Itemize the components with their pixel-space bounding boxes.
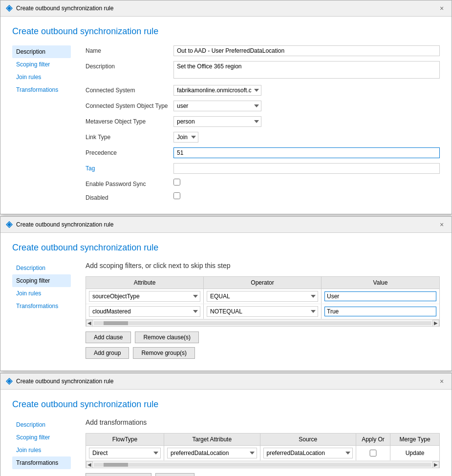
sidebar-item-scoping-3[interactable]: Scoping filter (12, 431, 71, 444)
sidebar-2: Description Scoping filter Join rules Tr… (12, 262, 71, 363)
close-button-2[interactable]: × (437, 220, 447, 229)
control-connected-system: fabrikamonline.onmicrosoft.com (173, 85, 440, 96)
col-header-operator: Operator (204, 277, 322, 289)
app-icon-2 (5, 221, 13, 228)
filter-cell-attr-1: sourceObjectType (86, 289, 204, 304)
value-input-1[interactable] (324, 291, 436, 301)
dialog-body-3: Description Scoping filter Join rules Tr… (12, 418, 440, 476)
scroll-left-arrow[interactable]: ◀ (86, 320, 93, 327)
password-sync-checkbox[interactable] (173, 179, 180, 186)
col-header-source: Source (260, 434, 357, 445)
filter-cell-attr-2: cloudMastered (86, 304, 204, 319)
sidebar-item-description-1[interactable]: Description (12, 45, 71, 58)
label-precedence: Precedence (86, 147, 173, 156)
dialog-body-1: Description Scoping filter Join rules Tr… (12, 45, 440, 206)
sidebar-item-scoping-1[interactable]: Scoping filter (12, 58, 71, 71)
sidebar-item-scoping-2[interactable]: Scoping filter (12, 274, 71, 287)
filter-table: Attribute Operator Value sourceObjectTyp… (86, 276, 440, 327)
value-input-2[interactable] (324, 307, 436, 316)
trans-scrollbar-track (94, 463, 431, 467)
title-bar-text-3: Create outbound synchronization rule (16, 378, 434, 385)
sidebar-item-join-2[interactable]: Join rules (12, 287, 71, 300)
label-connected-system: Connected System (86, 85, 173, 94)
sidebar-item-description-2[interactable]: Description (12, 262, 71, 274)
title-bar-text-1: Create outbound synchronization rule (16, 5, 434, 12)
form-row-tag: Tag (86, 163, 440, 174)
trans-cell-apply-or-1 (356, 446, 390, 460)
col-header-target: Target Attribute (164, 434, 260, 445)
operator-select-2[interactable]: NOTEQUAL (207, 306, 318, 317)
form-row-cs-object-type: Connected System Object Type user (86, 101, 440, 111)
flowtype-select-1[interactable]: Direct (89, 448, 161, 458)
sidebar-1: Description Scoping filter Join rules Tr… (12, 45, 71, 206)
label-mv-object-type: Metaverse Object Type (86, 116, 173, 125)
col-header-attribute: Attribute (86, 277, 204, 289)
sidebar-item-trans-1[interactable]: Transformations (12, 83, 71, 96)
trans-cell-merge-type-1: Update (390, 446, 439, 460)
dialog-title-1: Create outbound synchronization rule (12, 26, 440, 37)
trans-cell-flowtype-1: Direct (86, 446, 164, 460)
source-select-1[interactable]: preferredDataLocation (263, 448, 353, 458)
apply-or-checkbox-1[interactable] (359, 450, 387, 456)
target-attribute-select-1[interactable]: preferredDataLocation (167, 448, 257, 458)
label-cs-object-type: Connected System Object Type (86, 101, 173, 109)
dialog-title-3: Create outbound synchronization rule (12, 399, 440, 410)
control-link-type: Join (173, 132, 440, 143)
window-2: Create outbound synchronization rule × C… (0, 216, 452, 371)
mv-object-type-select[interactable]: person (173, 116, 261, 127)
sidebar-item-trans-3[interactable]: Transformations (12, 456, 71, 469)
app-icon-1 (5, 4, 13, 12)
remove-transformation-button[interactable]: Remove (155, 473, 194, 476)
remove-clause-button[interactable]: Remove clause(s) (135, 331, 199, 343)
sidebar-item-trans-2[interactable]: Transformations (12, 300, 71, 312)
col-header-merge-type: Merge Type (390, 434, 439, 445)
trans-scroll-right[interactable]: ▶ (432, 461, 439, 468)
sidebar-item-join-1[interactable]: Join rules (12, 71, 71, 83)
filter-row-1: sourceObjectType EQUAL (86, 289, 439, 304)
scrollbar-track (94, 321, 431, 325)
connected-system-select[interactable]: fabrikamonline.onmicrosoft.com (173, 85, 261, 96)
form-area-1: Name Description Set the Office 365 regi… (86, 45, 440, 206)
add-transformation-button[interactable]: Add transformation (86, 473, 151, 476)
precedence-input[interactable] (173, 147, 440, 158)
name-input[interactable] (173, 45, 440, 56)
col-header-flowtype: FlowType (86, 434, 164, 445)
remove-group-button[interactable]: Remove group(s) (133, 347, 195, 359)
operator-select-1[interactable]: EQUAL (207, 291, 318, 302)
filter-cell-val-2 (322, 304, 439, 319)
trans-scrollbar-thumb (104, 463, 128, 467)
form-row-link-type: Link Type Join (86, 132, 440, 143)
window-1: Create outbound synchronization rule × C… (0, 0, 452, 214)
attribute-select-1[interactable]: sourceObjectType (89, 291, 200, 302)
dialog-content-2: Create outbound synchronization rule Des… (0, 233, 452, 371)
description-input[interactable]: Set the Office 365 region (173, 61, 440, 79)
add-group-button[interactable]: Add group (86, 347, 129, 359)
add-clause-button[interactable]: Add clause (86, 331, 131, 343)
title-bar-1: Create outbound synchronization rule × (0, 0, 452, 17)
sidebar-item-description-3[interactable]: Description (12, 418, 71, 431)
close-button-3[interactable]: × (437, 376, 447, 386)
dialog-title-2: Create outbound synchronization rule (12, 243, 440, 253)
tag-input[interactable] (173, 163, 440, 174)
disabled-checkbox[interactable] (173, 192, 180, 199)
window-3: Create outbound synchronization rule × C… (0, 373, 452, 476)
form-row-password-sync: Enable Password Sync (86, 179, 440, 187)
col-header-value: Value (322, 277, 439, 289)
scroll-right-arrow[interactable]: ▶ (432, 320, 439, 327)
form-row-mv-object-type: Metaverse Object Type person (86, 116, 440, 127)
link-type-select[interactable]: Join (173, 132, 198, 143)
sidebar-item-join-3[interactable]: Join rules (12, 444, 71, 456)
clause-buttons: Add clause Remove clause(s) (86, 331, 440, 343)
label-password-sync: Enable Password Sync (86, 179, 173, 187)
cs-object-type-select[interactable]: user (173, 101, 261, 111)
form-row-disabled: Disabled (86, 192, 440, 201)
trans-scroll-left[interactable]: ◀ (86, 461, 93, 468)
control-disabled (173, 192, 440, 201)
filter-cell-op-2: NOTEQUAL (204, 304, 322, 319)
attribute-select-2[interactable]: cloudMastered (89, 306, 200, 317)
title-bar-3: Create outbound synchronization rule × (0, 373, 452, 390)
label-description: Description (86, 61, 173, 70)
form-area-2: Add scoping filters, or click next to sk… (86, 262, 440, 363)
dialog-body-2: Description Scoping filter Join rules Tr… (12, 262, 440, 363)
close-button-1[interactable]: × (437, 3, 447, 13)
